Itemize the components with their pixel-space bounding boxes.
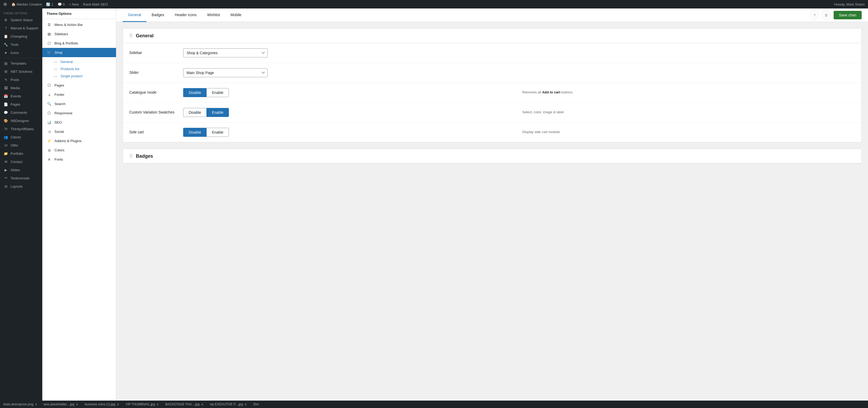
catalogue-enable-button[interactable]: Enable bbox=[207, 88, 229, 97]
help-button[interactable]: ? bbox=[810, 11, 819, 19]
theme-link-responsive[interactable]: ☐ Responsive bbox=[42, 109, 116, 118]
theme-link-sidebars[interactable]: ▤ Sidebars bbox=[42, 29, 116, 39]
sidebar-label-offer: Offer bbox=[10, 143, 18, 147]
bottom-file-3[interactable]: business coins (1).jpg ∧ bbox=[85, 403, 119, 406]
sidebar-item-templates[interactable]: ▤ Templates bbox=[0, 59, 42, 67]
media-icon: 🖼 bbox=[3, 86, 8, 90]
catalogue-disable-button[interactable]: Disable bbox=[183, 88, 207, 97]
site-link[interactable]: 🏠 Martian Creative bbox=[11, 2, 42, 6]
side-cart-enable-button[interactable]: Enable bbox=[207, 128, 229, 137]
top-bar: ⊕ 🏠 Martian Creative 🔄 1 💬 0 + New Rank … bbox=[0, 0, 868, 8]
theme-link-addons[interactable]: ⚡ Addons & Plugins bbox=[42, 136, 116, 146]
tab-badges[interactable]: Badges bbox=[147, 8, 169, 22]
layouts-icon: ⊟ bbox=[3, 184, 8, 188]
responsive-icon: ☐ bbox=[46, 111, 52, 115]
sidebar-item-slides[interactable]: ▶ Slides bbox=[0, 166, 42, 174]
sidebar-item-portfolio[interactable]: 📁 Portfolio bbox=[0, 149, 42, 158]
sidebar-field-hint bbox=[522, 49, 855, 51]
sidebar-item-thirsty[interactable]: TA ThirstyAffiliates bbox=[0, 125, 42, 133]
theme-link-pages[interactable]: ☐ Pages bbox=[42, 81, 116, 90]
sidebar-item-manual-support[interactable]: ? Manual & Support bbox=[0, 24, 42, 32]
theme-link-social[interactable]: ◁ Social bbox=[42, 127, 116, 136]
theme-link-label-fonts: Fonts bbox=[55, 157, 63, 162]
custom-variation-hint: Select, color, image & label bbox=[522, 108, 855, 114]
sidebar-label-comments: Comments bbox=[10, 111, 27, 115]
save-button[interactable]: Save chan bbox=[834, 11, 862, 19]
rank-math-link[interactable]: Rank Math SEO bbox=[83, 2, 108, 6]
shop-sub-general[interactable]: — General bbox=[42, 58, 116, 65]
theme-link-label-search: Search bbox=[55, 102, 65, 106]
bottom-file-4[interactable]: VIP THUMBNAIL.jpg ∧ bbox=[126, 403, 159, 406]
tab-mobile[interactable]: Mobile bbox=[225, 8, 247, 22]
sidebar-item-nbdesigner[interactable]: 🎨 NBDesigner bbox=[0, 117, 42, 125]
clients-icon: 👥 bbox=[3, 135, 8, 139]
bottom-file-2[interactable]: woo placeholder....jpg ∧ bbox=[43, 403, 78, 406]
theme-link-label-seo: SEO bbox=[55, 120, 62, 124]
sidebar-label-layouts: Layouts bbox=[10, 184, 23, 188]
sidebar-item-nbt[interactable]: ⊞ NBT Solutions bbox=[0, 67, 42, 76]
comments-link[interactable]: 💬 0 bbox=[58, 2, 65, 6]
blog-portfolio-icon: ☐ bbox=[46, 41, 52, 45]
theme-link-label-pages: Pages bbox=[55, 83, 64, 87]
slider-field-label: Slider bbox=[129, 68, 177, 75]
theme-link-blog-portfolio[interactable]: ☐ Blog & Portfolio bbox=[42, 39, 116, 48]
bottom-file-1[interactable]: duda descripcion.png ∧ bbox=[3, 403, 37, 406]
theme-link-search[interactable]: 🔍 Search bbox=[42, 99, 116, 109]
sidebar-item-pages[interactable]: 📄 Pages bbox=[0, 100, 42, 109]
sidebar-item-offer[interactable]: 🏷 Offer bbox=[0, 141, 42, 149]
theme-link-shop[interactable]: 🛒 Shop bbox=[42, 48, 116, 57]
bottom-file-5[interactable]: BACKSTAGE THU....jpg ∧ bbox=[165, 403, 204, 406]
sidebar-item-clients[interactable]: 👥 Clients bbox=[0, 133, 42, 141]
notes-button[interactable]: ☰ bbox=[822, 11, 831, 19]
file2-name: woo placeholder....jpg bbox=[43, 403, 74, 406]
file3-arrow: ∧ bbox=[117, 403, 119, 406]
custom-variation-enable-button[interactable]: Enable bbox=[207, 108, 229, 117]
tab-header-icons-label: Header icons bbox=[175, 13, 197, 17]
bottom-bar: duda descripcion.png ∧ woo placeholder..… bbox=[0, 401, 868, 408]
shop-sub-single-product[interactable]: — Single product bbox=[42, 72, 116, 80]
sidebar-item-icons[interactable]: ★ Icons bbox=[0, 49, 42, 57]
theme-link-footer[interactable]: ⊥ Footer bbox=[42, 90, 116, 99]
wp-logo[interactable]: ⊕ bbox=[3, 1, 7, 7]
sidebar-item-comments[interactable]: 💬 Comments bbox=[0, 109, 42, 117]
file6-name: vip EXEXUTIVE P....jpg bbox=[210, 403, 243, 406]
tab-wishlist[interactable]: Wishlist bbox=[202, 8, 225, 22]
sidebar-label-clients: Clients bbox=[10, 135, 21, 139]
sidebar-item-system-status[interactable]: ⚙ System Status bbox=[0, 16, 42, 24]
custom-variation-label: Custom Variation Swatches bbox=[129, 108, 177, 114]
sidebar-item-tools[interactable]: 🔧 Tools bbox=[0, 40, 42, 49]
tab-general[interactable]: General bbox=[123, 8, 147, 22]
sidebar-item-posts[interactable]: ✎ Posts bbox=[0, 76, 42, 84]
comments-count: 0 bbox=[63, 2, 65, 6]
theme-link-fonts[interactable]: A Fonts bbox=[42, 155, 116, 164]
sidebar-label-thirsty: ThirstyAffiliates bbox=[10, 127, 34, 131]
tab-header-icons[interactable]: Header icons bbox=[169, 8, 202, 22]
theme-link-menu-action-bar[interactable]: ☰ Menu & Action Bar bbox=[42, 20, 116, 29]
sidebar-item-testimonials[interactable]: ❝❝ Testimonials bbox=[0, 174, 42, 182]
theme-link-seo[interactable]: 📊 SEO bbox=[42, 118, 116, 127]
updates-link[interactable]: 🔄 1 bbox=[46, 2, 53, 6]
sidebar-item-events[interactable]: 📅 Events bbox=[0, 92, 42, 100]
tools-icon: 🔧 bbox=[3, 42, 8, 47]
custom-variation-disable-button[interactable]: Disable bbox=[183, 108, 207, 117]
bottom-file-6[interactable]: vip EXEXUTIVE P....jpg ∧ bbox=[210, 403, 247, 406]
sidebar-item-layouts[interactable]: ⊟ Layouts bbox=[0, 182, 42, 191]
shop-sub-products-list[interactable]: — Products list bbox=[42, 65, 116, 72]
slider-select[interactable]: Main Shop Page Categories Shop Disabled bbox=[183, 68, 268, 77]
bottom-file-7[interactable]: Sho bbox=[253, 403, 259, 406]
sidebar-select[interactable]: Shop & Categories Left Sidebar Right Sid… bbox=[183, 49, 268, 57]
contact-icon: ✉ bbox=[3, 160, 8, 164]
side-cart-disable-button[interactable]: Disable bbox=[183, 128, 207, 137]
offer-icon: 🏷 bbox=[3, 143, 8, 147]
sidebar-item-media[interactable]: 🖼 Media bbox=[0, 84, 42, 92]
theme-link-colors[interactable]: ◎ Colors bbox=[42, 146, 116, 155]
new-link[interactable]: + New bbox=[69, 2, 79, 6]
sidebar-item-changelog[interactable]: 📋 Changelog bbox=[0, 32, 42, 40]
sidebar-label-events: Events bbox=[10, 94, 21, 98]
changelog-icon: 📋 bbox=[3, 34, 8, 38]
system-status-icon: ⚙ bbox=[3, 18, 8, 22]
side-cart-hint: Display side cart module. bbox=[522, 128, 855, 134]
file5-arrow: ∧ bbox=[201, 403, 204, 406]
badges-section-header: ⠿ Badges bbox=[123, 149, 861, 164]
sidebar-item-contact[interactable]: ✉ Contact bbox=[0, 158, 42, 166]
